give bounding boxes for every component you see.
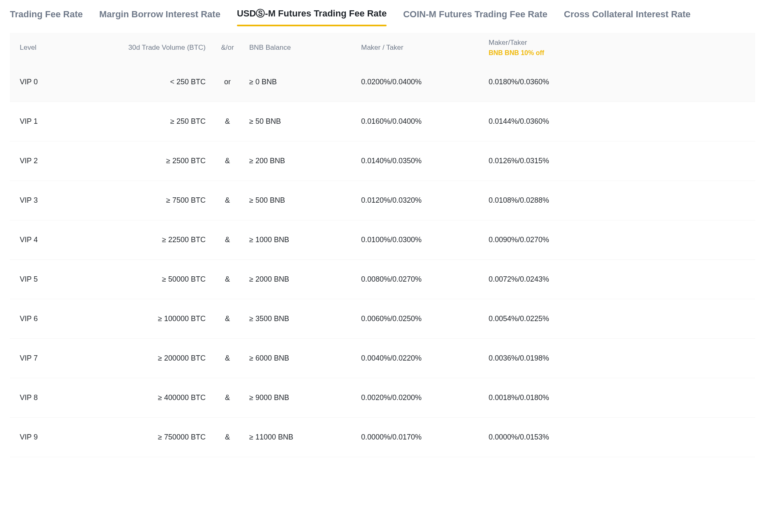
header-level: Level [20,44,106,52]
cell-makerbnb: 0.0108%/0.0288% [480,196,608,205]
cell-level: VIP 7 [20,354,106,363]
cell-volume: < 250 BTC [106,78,209,86]
cell-maker: 0.0020%/0.0200% [353,393,480,402]
cell-volume: ≥ 250 BTC [106,117,209,126]
table-row: VIP 5 ≥ 50000 BTC & ≥ 2000 BNB 0.0080%/0… [10,260,755,299]
cell-bnb: ≥ 200 BNB [246,157,353,165]
cell-bnb: ≥ 500 BNB [246,196,353,205]
cell-volume: ≥ 100000 BTC [106,315,209,323]
cell-maker: 0.0120%/0.0320% [353,196,480,205]
cell-volume: ≥ 750000 BTC [106,433,209,442]
cell-maker: 0.0060%/0.0250% [353,315,480,323]
tab-cross-collateral[interactable]: Cross Collateral Interest Rate [564,5,691,25]
header-makerbnb-sub: BNB BNB 10% off [489,49,608,58]
cell-volume: ≥ 50000 BTC [106,275,209,284]
cell-andor: & [209,315,246,323]
cell-makerbnb: 0.0036%/0.0198% [480,354,608,363]
cell-maker: 0.0000%/0.0170% [353,433,480,442]
cell-volume: ≥ 400000 BTC [106,393,209,402]
fee-table: Level 30d Trade Volume (BTC) &/or BNB Ba… [10,33,755,457]
cell-maker: 0.0040%/0.0220% [353,354,480,363]
header-andor: &/or [209,44,246,52]
table-row: VIP 8 ≥ 400000 BTC & ≥ 9000 BNB 0.0020%/… [10,378,755,418]
cell-level: VIP 9 [20,433,106,442]
table-row: VIP 9 ≥ 750000 BTC & ≥ 11000 BNB 0.0000%… [10,418,755,457]
table-row: VIP 0 < 250 BTC or ≥ 0 BNB 0.0200%/0.040… [10,62,755,102]
table-row: VIP 4 ≥ 22500 BTC & ≥ 1000 BNB 0.0100%/0… [10,220,755,260]
cell-makerbnb: 0.0000%/0.0153% [480,433,608,442]
cell-level: VIP 5 [20,275,106,284]
header-makerbnb: Maker/Taker BNB BNB 10% off [480,38,608,58]
cell-makerbnb: 0.0018%/0.0180% [480,393,608,402]
cell-bnb: ≥ 50 BNB [246,117,353,126]
cell-maker: 0.0200%/0.0400% [353,78,480,86]
cell-maker: 0.0160%/0.0400% [353,117,480,126]
cell-level: VIP 8 [20,393,106,402]
tab-usdsm-futures[interactable]: USDⓈ-M Futures Trading Fee Rate [237,3,387,25]
table-row: VIP 1 ≥ 250 BTC & ≥ 50 BNB 0.0160%/0.040… [10,102,755,141]
cell-andor: & [209,117,246,126]
cell-maker: 0.0100%/0.0300% [353,236,480,244]
header-maker: Maker / Taker [353,44,480,52]
header-makerbnb-title: Maker/Taker [489,38,608,47]
cell-maker: 0.0140%/0.0350% [353,157,480,165]
cell-makerbnb: 0.0054%/0.0225% [480,315,608,323]
cell-bnb: ≥ 3500 BNB [246,315,353,323]
table-row: VIP 2 ≥ 2500 BTC & ≥ 200 BNB 0.0140%/0.0… [10,141,755,181]
cell-makerbnb: 0.0126%/0.0315% [480,157,608,165]
cell-andor: & [209,196,246,205]
cell-bnb: ≥ 1000 BNB [246,236,353,244]
cell-bnb: ≥ 0 BNB [246,78,353,86]
cell-volume: ≥ 7500 BTC [106,196,209,205]
cell-andor: & [209,275,246,284]
header-bnb: BNB Balance [246,44,353,52]
header-volume: 30d Trade Volume (BTC) [106,44,209,52]
cell-andor: or [209,78,246,86]
tabs-bar: Trading Fee Rate Margin Borrow Interest … [10,3,755,25]
cell-makerbnb: 0.0072%/0.0243% [480,275,608,284]
cell-bnb: ≥ 6000 BNB [246,354,353,363]
table-row: VIP 6 ≥ 100000 BTC & ≥ 3500 BNB 0.0060%/… [10,299,755,339]
table-row: VIP 3 ≥ 7500 BTC & ≥ 500 BNB 0.0120%/0.0… [10,181,755,220]
cell-makerbnb: 0.0144%/0.0360% [480,117,608,126]
cell-makerbnb: 0.0090%/0.0270% [480,236,608,244]
cell-level: VIP 2 [20,157,106,165]
cell-bnb: ≥ 9000 BNB [246,393,353,402]
cell-volume: ≥ 200000 BTC [106,354,209,363]
cell-level: VIP 1 [20,117,106,126]
cell-bnb: ≥ 11000 BNB [246,433,353,442]
cell-volume: ≥ 22500 BTC [106,236,209,244]
cell-bnb: ≥ 2000 BNB [246,275,353,284]
tab-margin-borrow[interactable]: Margin Borrow Interest Rate [99,5,220,25]
cell-level: VIP 3 [20,196,106,205]
cell-andor: & [209,236,246,244]
table-header: Level 30d Trade Volume (BTC) &/or BNB Ba… [10,33,755,62]
tab-coinm-futures[interactable]: COIN-M Futures Trading Fee Rate [403,5,547,25]
cell-andor: & [209,393,246,402]
cell-andor: & [209,157,246,165]
table-row: VIP 7 ≥ 200000 BTC & ≥ 6000 BNB 0.0040%/… [10,339,755,378]
cell-level: VIP 6 [20,315,106,323]
tab-trading-fee[interactable]: Trading Fee Rate [10,5,83,25]
cell-level: VIP 4 [20,236,106,244]
cell-andor: & [209,433,246,442]
cell-makerbnb: 0.0180%/0.0360% [480,78,608,86]
cell-andor: & [209,354,246,363]
cell-maker: 0.0080%/0.0270% [353,275,480,284]
cell-volume: ≥ 2500 BTC [106,157,209,165]
cell-level: VIP 0 [20,78,106,86]
